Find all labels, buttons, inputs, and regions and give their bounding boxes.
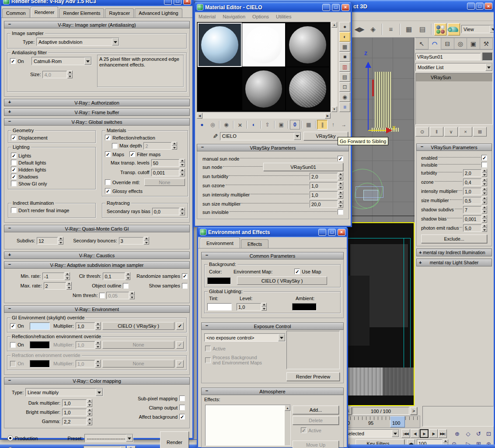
spinner[interactable] [338,172,343,180]
spinner[interactable] [172,142,177,150]
manual-sun-node-checkbox[interactable] [338,156,343,161]
reflection-refraction-checkbox[interactable] [105,135,111,140]
minimize-button[interactable]: _ [467,3,475,10]
spinner[interactable] [87,399,92,407]
gi-env-map-slot[interactable]: CIELO ( VRaySky ) [102,322,174,330]
render-scene-titlebar[interactable]: Render Scene: V-Ray Adv 1.5 RC3 _ □ × [1,0,192,6]
default-lights-checkbox[interactable] [11,160,17,165]
rollout-header[interactable]: − V-Ray:: Color mapping [4,377,190,385]
spinner[interactable] [482,206,487,214]
minimize-button[interactable]: _ [318,229,326,236]
filter-maps-checkbox[interactable] [129,151,135,157]
color-mapping-type-dropdown[interactable]: Linear multiply [25,388,103,396]
restore-button[interactable]: □ [476,3,484,10]
pin-stack-icon[interactable]: ⊙ [415,127,429,136]
sub-pixel-mapping-checkbox[interactable] [179,396,185,401]
minimize-button[interactable]: _ [322,4,330,11]
spinner[interactable] [95,341,101,349]
dont-render-final-checkbox[interactable] [11,207,17,213]
max-depth-checkbox[interactable] [112,143,118,149]
ambient-color-swatch[interactable] [292,303,317,311]
time-slider-track[interactable]: 90 95 100 [342,416,420,428]
next-key-button[interactable]: |▶ [429,429,438,438]
effects-listbox[interactable]: ▲ [205,405,291,446]
move-up-button[interactable]: Move Up [293,441,339,448]
go-to-end-button[interactable]: ▶▶| [438,429,447,438]
selection-filter-dropdown[interactable]: Selected [343,429,399,438]
dropdown-arrow-icon[interactable] [84,57,91,65]
modifier-stack[interactable]: VRaySun [415,73,493,125]
rollout-header[interactable]: + V-Ray:: Frame buffer [4,108,190,116]
refr-env-multiplier-field[interactable]: 1,0 [76,360,95,368]
spinner[interactable] [482,224,487,232]
rollout-header[interactable]: − VRaySky Parameters [197,144,349,151]
exposure-control-dropdown[interactable]: <no exposure control> [204,333,286,342]
maximize-button[interactable]: □ [174,0,181,5]
go-forward-to-sibling-icon[interactable]: → [338,120,349,130]
put-material-to-scene-icon[interactable]: ◎ [208,120,218,130]
environment-titlebar[interactable]: Environment and Effects _ □ × [198,227,347,237]
spinner[interactable] [144,237,149,245]
refl-env-multiplier-field[interactable]: 1,0 [76,341,95,349]
show-samples-checkbox[interactable] [182,283,188,289]
tab-raytracer[interactable]: Raytracer [105,8,134,18]
spinner[interactable] [129,291,135,299]
rollout-mental-ray-indirect[interactable]: + mental ray Indirect Illumination [416,248,492,256]
scroll-left-icon[interactable]: ◀ [197,113,202,119]
backlight-icon[interactable]: ◐ [339,32,350,42]
rollout-header[interactable]: − Exposure Control [201,322,344,330]
clr-thresh-field[interactable]: 0,1 [103,273,125,280]
override-mtl-slot[interactable]: None [144,178,185,186]
layer-manager-icon[interactable]: ≡ [385,23,397,35]
material-editor-icon[interactable] [434,23,446,35]
turbidity-field[interactable]: 2,0 [463,169,481,177]
photon-emit-radius-field[interactable]: 5,0 [463,224,481,232]
max-transp-levels-field[interactable]: 50 [151,159,179,167]
go-to-parent-icon[interactable]: ↑ [328,120,338,130]
exclude-button[interactable]: Exclude... [421,234,487,243]
vraysun-object[interactable] [375,72,391,130]
close-button[interactable]: × [338,229,345,236]
spinner[interactable] [125,272,131,280]
hidden-lights-checkbox[interactable] [11,167,17,172]
show-end-result-icon[interactable]: ∥ [317,120,328,130]
scroll-up-icon[interactable]: ▲ [331,22,337,28]
tab-advanced-lighting[interactable]: Advanced Lighting [135,8,182,18]
menu-options[interactable]: Options [252,14,269,19]
rollout-header[interactable]: − Common Parameters [201,252,344,259]
modifier-list-dropdown[interactable]: Modifier List [415,63,493,71]
sampler-type-dropdown[interactable]: Adaptive subdivision [36,38,119,46]
size-multiplier-field[interactable]: 0,5 [463,197,481,204]
show-end-result-icon[interactable]: ‖ [430,127,443,136]
close-button[interactable]: × [342,4,349,11]
next-frame-button[interactable]: > [410,407,417,415]
spinner[interactable] [180,207,185,215]
menu-utilities[interactable]: Utilities [276,14,291,19]
aa-size-field[interactable]: 4,0 [42,71,67,78]
spinner[interactable] [87,417,92,425]
stack-item-vraysun[interactable]: VRaySun [416,74,492,81]
render-view-dropdown[interactable]: View [461,25,495,33]
sun-invisible-checkbox[interactable] [338,209,343,215]
sun-ozone-field[interactable]: 1,0 [310,182,338,189]
material-name-dropdown[interactable]: CIELO [220,132,301,140]
tab-common[interactable]: Common [2,8,30,18]
menu-navigation[interactable]: Navigation [223,14,245,19]
show-map-in-viewport-icon[interactable]: ▦ [303,120,314,130]
arc-rotate-icon[interactable]: ↺ [474,429,483,438]
refl-env-map-slot[interactable]: None [102,341,174,349]
spinner[interactable] [95,360,101,368]
rollout-mental-ray-light-shader[interactable]: + mental ray Light Shader [416,259,492,266]
add-effect-button[interactable]: Add... [293,406,339,414]
object-outline-checkbox[interactable] [123,283,129,289]
sample-slot-4[interactable] [198,67,241,111]
refl-env-on-checkbox[interactable] [10,342,16,348]
gi-env-color-swatch[interactable] [30,322,50,330]
rollout-header[interactable]: − Atmosphere [201,388,344,395]
slots-horizontal-scrollbar[interactable]: ◀ ▶ [197,113,331,119]
invisible-checkbox[interactable] [481,162,487,168]
tab-modify-icon[interactable]: ◠ [429,38,442,49]
material-map-navigator-icon[interactable]: ≡ [339,102,350,112]
scroll-right-icon[interactable]: ▶ [325,113,331,119]
rollout-header[interactable]: − V-Ray:: Image sampler (Antialiasing) [4,21,190,28]
